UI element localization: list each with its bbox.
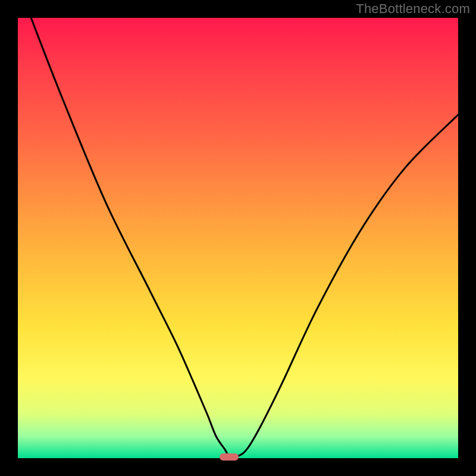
chart-plot-area — [18, 18, 458, 458]
watermark-text: TheBottleneck.com — [356, 1, 470, 17]
bottleneck-curve — [18, 18, 458, 458]
optimum-marker — [220, 453, 239, 461]
curve-path — [31, 18, 458, 457]
